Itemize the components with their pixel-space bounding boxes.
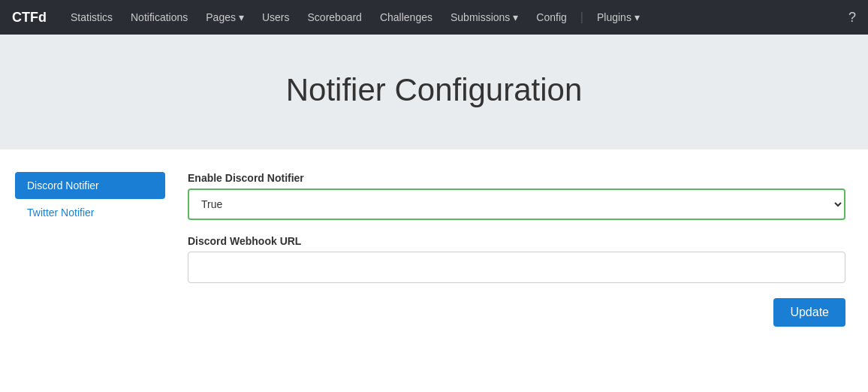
nav-notifications[interactable]: Notifications [122, 0, 197, 35]
enable-discord-label: Enable Discord Notifier [188, 172, 845, 184]
enable-discord-select[interactable]: True False [188, 188, 845, 220]
nav-scoreboard[interactable]: Scoreboard [299, 0, 371, 35]
main-content: Discord Notifier Twitter Notifier Enable… [0, 149, 868, 349]
nav-statistics[interactable]: Statistics [62, 0, 122, 35]
nav-submissions-label: Submissions [451, 11, 510, 23]
nav-pages-label: Pages [206, 11, 236, 23]
nav-challenges[interactable]: Challenges [371, 0, 442, 35]
chevron-down-icon-3: ▾ [634, 11, 640, 23]
nav-links: Statistics Notifications Pages ▾ Users S… [62, 0, 848, 35]
nav-submissions[interactable]: Submissions ▾ [442, 0, 527, 35]
chevron-down-icon: ▾ [239, 11, 244, 23]
nav-config[interactable]: Config [527, 0, 575, 35]
form-area: Enable Discord Notifier True False Disco… [180, 172, 853, 327]
chevron-down-icon-2: ▾ [513, 11, 518, 23]
nav-right: ? [848, 10, 856, 26]
page-title: Notifier Configuration [0, 72, 868, 108]
enable-discord-group: Enable Discord Notifier True False [188, 172, 845, 220]
nav-pages[interactable]: Pages ▾ [197, 0, 253, 35]
brand-logo[interactable]: CTFd [12, 10, 47, 26]
form-footer: Update [188, 298, 845, 327]
webhook-url-input[interactable] [188, 252, 845, 283]
webhook-url-group: Discord Webhook URL [188, 235, 845, 283]
update-button[interactable]: Update [773, 298, 845, 327]
nav-plugins[interactable]: Plugins ▾ [588, 0, 649, 35]
nav-divider: | [576, 11, 588, 24]
hero-section: Notifier Configuration [0, 35, 868, 149]
nav-users[interactable]: Users [253, 0, 299, 35]
navbar: CTFd Statistics Notifications Pages ▾ Us… [0, 0, 868, 35]
sidebar-item-twitter-notifier[interactable]: Twitter Notifier [15, 201, 165, 225]
sidebar: Discord Notifier Twitter Notifier [15, 172, 165, 327]
webhook-url-label: Discord Webhook URL [188, 235, 845, 247]
sidebar-item-discord-notifier[interactable]: Discord Notifier [15, 172, 165, 199]
nav-plugins-label: Plugins [597, 11, 631, 23]
help-icon[interactable]: ? [848, 10, 856, 26]
